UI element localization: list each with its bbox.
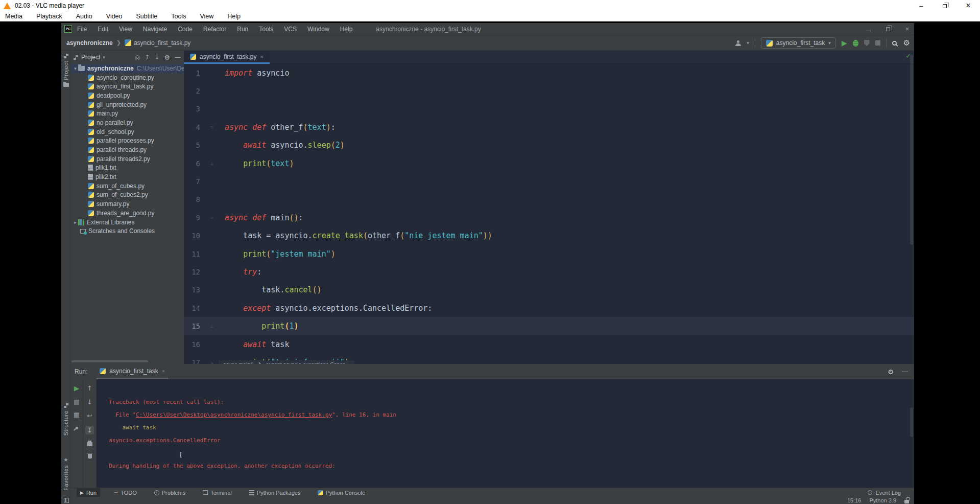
code-line[interactable]: 8: [184, 191, 914, 209]
search-everywhere-icon[interactable]: [892, 41, 897, 45]
ide-menu-help[interactable]: Help: [340, 26, 353, 33]
code-line[interactable]: 10 task = asyncio.create_task(other_f("n…: [184, 227, 914, 245]
fold-marker-icon[interactable]: ▿: [207, 125, 217, 130]
ide-menu-code[interactable]: Code: [178, 26, 193, 33]
project-file-row[interactable]: deadpool.py: [70, 91, 184, 100]
bottom-tab-terminal[interactable]: Terminal: [199, 488, 235, 497]
bottom-tab-todo[interactable]: ☰TODO: [110, 488, 140, 497]
hide-panel-icon[interactable]: —: [175, 54, 181, 61]
code-line[interactable]: 15▵ print(1): [184, 317, 914, 335]
scroll-to-end-icon[interactable]: ↧: [85, 426, 94, 434]
project-settings-gear-icon[interactable]: ⚙: [164, 54, 170, 61]
up-stacktrace-icon[interactable]: ↑: [87, 384, 92, 392]
vlc-menu-playback[interactable]: Playback: [36, 13, 62, 20]
expand-all-icon[interactable]: ↧: [154, 54, 159, 61]
ide-menu-vcs[interactable]: VCS: [284, 26, 297, 33]
project-file-row[interactable]: parallel threads.py: [70, 145, 184, 154]
bottom-tab-python-packages[interactable]: Python Packages: [246, 488, 304, 497]
code-line[interactable]: 11 print("jestem main"): [184, 245, 914, 263]
collapse-all-icon[interactable]: ↥: [145, 54, 150, 61]
vlc-restore-button[interactable]: [933, 2, 957, 10]
code-line[interactable]: 5 await asyncio.sleep(2): [184, 136, 914, 154]
vlc-minimize-button[interactable]: –: [910, 2, 933, 10]
pin-tab-icon[interactable]: [76, 427, 78, 429]
close-run-tab-icon[interactable]: ×: [162, 368, 165, 374]
ide-menu-run[interactable]: Run: [237, 26, 248, 33]
project-file-row[interactable]: plik2.txt: [70, 172, 184, 181]
breadcrumb-project[interactable]: asynchroniczne: [66, 39, 113, 47]
editor-tab[interactable]: asyncio_first_task.py ×: [184, 51, 270, 64]
project-file-row[interactable]: old_school.py: [70, 127, 184, 136]
run-settings-gear-icon[interactable]: ⚙: [888, 368, 894, 376]
project-file-row[interactable]: sum_of_cubes2.py: [70, 191, 184, 200]
vlc-menu-audio[interactable]: Audio: [76, 13, 92, 20]
project-file-row[interactable]: asyncio_first_task.py: [70, 82, 184, 91]
project-file-row[interactable]: no parallel.py: [70, 118, 184, 127]
hide-run-panel-icon[interactable]: —: [902, 368, 908, 375]
project-file-row[interactable]: plik1.txt: [70, 164, 184, 173]
project-file-row[interactable]: parallel processes.py: [70, 136, 184, 146]
stop-button[interactable]: [875, 40, 880, 45]
unlock-icon[interactable]: [904, 500, 909, 503]
project-file-row[interactable]: main.py: [70, 109, 184, 118]
debug-button[interactable]: [853, 40, 858, 47]
bottom-tab-run[interactable]: ▶Run: [77, 488, 100, 497]
ide-menu-tools[interactable]: Tools: [259, 26, 273, 33]
external-libraries-row[interactable]: ▸External Libraries: [70, 218, 184, 227]
soft-wrap-icon[interactable]: ↩: [87, 412, 92, 420]
tool-stripe-project[interactable]: Project: [61, 54, 70, 87]
project-file-row[interactable]: asyncio_coroutine.py: [70, 73, 184, 82]
bottom-tab-problems[interactable]: !Problems: [151, 488, 189, 497]
settings-gear-icon[interactable]: ⚙: [903, 38, 910, 48]
status-interpreter[interactable]: Python 3.9: [869, 497, 896, 503]
scratches-row[interactable]: Scratches and Consoles: [70, 226, 184, 236]
run-console[interactable]: Traceback (most recent call last): File …: [109, 379, 908, 488]
tool-stripe-structure[interactable]: Structure: [61, 403, 70, 436]
fold-marker-icon[interactable]: ▿: [207, 215, 217, 220]
vlc-close-button[interactable]: ×: [957, 1, 980, 10]
code-line[interactable]: 3: [184, 100, 914, 118]
code-line[interactable]: 16 await task: [184, 335, 914, 353]
collapse-chevron-icon[interactable]: ▾: [73, 66, 78, 71]
code-line[interactable]: 1import asyncio: [184, 64, 914, 82]
code-line[interactable]: 12 try:: [184, 263, 914, 281]
chevron-down-icon[interactable]: ▾: [103, 55, 105, 60]
code-line[interactable]: 2: [184, 82, 914, 100]
run-config-select[interactable]: asyncio_first_task ▾: [761, 37, 836, 49]
ide-menu-edit[interactable]: Edit: [98, 26, 108, 33]
vlc-menu-help[interactable]: Help: [227, 13, 241, 20]
coverage-button[interactable]: [864, 40, 870, 46]
event-log-button[interactable]: Event Log: [868, 490, 914, 496]
ide-menu-navigate[interactable]: Navigate: [143, 26, 167, 33]
project-file-row[interactable]: sum_of_cubes.py: [70, 181, 184, 191]
down-stacktrace-icon[interactable]: ↓: [87, 398, 92, 406]
tool-stripe-favorites[interactable]: ★ Favorites: [61, 457, 70, 491]
code-line[interactable]: 4▿async def other_f(text):: [184, 118, 914, 136]
vlc-menu-tools[interactable]: Tools: [171, 13, 186, 20]
code-line[interactable]: 14 except asyncio.exceptions.CancelledEr…: [184, 299, 914, 317]
bottom-tab-python-console[interactable]: Python Console: [314, 488, 369, 497]
vlc-menu-media[interactable]: Media: [5, 13, 22, 20]
ide-restore-button[interactable]: [886, 26, 890, 33]
stop-process-button[interactable]: [74, 400, 79, 405]
vlc-menu-video[interactable]: Video: [106, 13, 123, 20]
close-tab-icon[interactable]: ×: [260, 54, 263, 60]
project-file-row[interactable]: gil_unprotected.py: [70, 100, 184, 109]
editor-vertical-scrollbar[interactable]: [910, 55, 913, 245]
fold-marker-icon[interactable]: ▵: [207, 324, 217, 329]
run-button[interactable]: ▶: [842, 39, 847, 47]
ide-close-button[interactable]: ×: [905, 26, 909, 33]
code-area[interactable]: 1import asyncio234▿async def other_f(tex…: [184, 64, 914, 364]
ide-menu-view[interactable]: View: [119, 26, 132, 33]
code-line[interactable]: 9▿async def main():: [184, 209, 914, 226]
vlc-menu-subtitle[interactable]: Subtitle: [136, 13, 158, 20]
project-file-row[interactable]: summary.py: [70, 199, 184, 209]
project-horizontal-scrollbar[interactable]: [71, 360, 148, 362]
print-console-icon[interactable]: [87, 442, 92, 446]
ide-menu-refactor[interactable]: Refactor: [203, 26, 226, 33]
vlc-menu-view[interactable]: View: [200, 13, 213, 20]
code-with-me-icon[interactable]: [735, 40, 741, 46]
restore-layout-icon[interactable]: ▦: [74, 411, 80, 419]
run-tab[interactable]: asyncio_first_task ×: [97, 364, 168, 379]
project-panel-title[interactable]: Project: [81, 54, 100, 61]
